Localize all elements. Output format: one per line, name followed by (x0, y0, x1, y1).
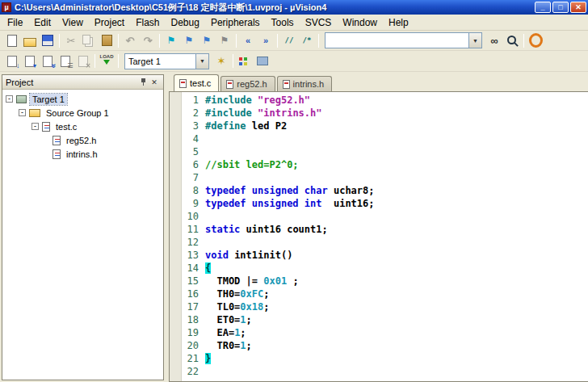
toolbar-separator (233, 54, 233, 68)
breakpoint-margin[interactable] (170, 92, 182, 381)
uncomment-icon: /* (300, 34, 314, 48)
code-editor[interactable]: 1#include "reg52.h"2#include "intrins.h"… (169, 91, 588, 382)
tree-item-label[interactable]: test.c (53, 121, 79, 132)
paste-button[interactable] (98, 32, 116, 48)
line-number: 4 (183, 132, 205, 145)
bookmark-button[interactable]: ⚑ (162, 32, 180, 48)
target-select[interactable]: Target 1 ▼ (124, 53, 209, 69)
expander-icon[interactable]: - (19, 109, 26, 116)
undo-button[interactable]: ↶ (121, 32, 139, 48)
stop-build-button[interactable] (74, 53, 92, 69)
code-text: EA=1; (205, 326, 246, 339)
cut-icon: ✂ (65, 34, 78, 48)
line-number: 14 (183, 262, 205, 275)
batch-build-button[interactable] (57, 53, 74, 69)
bookmark-icon: ⚑ (165, 34, 178, 48)
chevron-down-icon[interactable]: ▼ (195, 54, 208, 69)
search-combobox[interactable]: ▼ (325, 32, 482, 48)
menu-item-peripherals[interactable]: Peripherals (205, 15, 266, 30)
code-text: #include "reg52.h" (205, 94, 310, 107)
header-file-icon (52, 149, 61, 159)
paste-icon (100, 34, 114, 48)
save-icon (41, 34, 55, 48)
configure-button[interactable] (527, 32, 544, 48)
tree-item-label[interactable]: reg52.h (64, 135, 99, 146)
chevron-down-icon[interactable]: ▼ (468, 33, 481, 48)
toolbar-separator (236, 34, 237, 48)
tree-item-testc[interactable]: - test.c (2, 120, 163, 133)
line-number: 11 (183, 223, 205, 236)
tree-item-label[interactable]: Source Group 1 (44, 107, 111, 119)
document-icon (226, 80, 233, 89)
comment-button[interactable]: // (280, 32, 298, 48)
pin-icon[interactable] (137, 77, 149, 87)
tab-reg52h[interactable]: reg52.h (220, 76, 275, 91)
menu-item-flash[interactable]: Flash (130, 15, 165, 30)
menu-item-tools[interactable]: Tools (266, 15, 300, 30)
download-button[interactable]: LOAD (98, 53, 116, 69)
rebuild-button[interactable] (39, 53, 57, 69)
uncomment-button[interactable]: /* (298, 32, 316, 48)
tree-item-reg52h[interactable]: reg52.h (2, 133, 163, 147)
minimize-button[interactable]: _ (535, 2, 551, 13)
code-line: 4 (183, 132, 588, 145)
clear-bookmarks-button[interactable]: ⚑ (216, 32, 233, 48)
expander-icon[interactable]: - (6, 95, 13, 103)
menu-item-file[interactable]: File (2, 15, 28, 30)
document-icon (283, 80, 290, 89)
copy-button[interactable] (80, 32, 98, 48)
project-panel: Project ✕ - Target 1 - Source Group 1 - … (2, 74, 164, 380)
panel-close-icon[interactable]: ✕ (149, 77, 160, 87)
build-button[interactable] (21, 53, 39, 69)
code-line: 13void int1init() (183, 249, 588, 262)
expander-icon[interactable]: - (32, 123, 39, 130)
indent-button[interactable]: » (257, 32, 275, 48)
document-icon (179, 79, 187, 88)
find-button[interactable] (503, 32, 521, 48)
tree-item-source-group[interactable]: - Source Group 1 (2, 106, 163, 120)
tree-item-intrinsh[interactable]: intrins.h (2, 147, 163, 161)
file-extensions-icon (238, 54, 252, 68)
project-panel-header: Project ✕ (2, 75, 163, 90)
line-number: 18 (183, 313, 205, 326)
outdent-button[interactable]: « (239, 32, 257, 48)
line-number: 6 (183, 158, 205, 171)
prev-bookmark-icon: ⚑ (183, 34, 196, 48)
menu-item-edit[interactable]: Edit (28, 15, 57, 30)
code-line: 16 TH0=0xFC; (183, 288, 588, 300)
close-button[interactable]: ✕ (570, 2, 586, 13)
code-line: 18 ET0=1; (183, 313, 588, 326)
save-button[interactable] (39, 32, 57, 48)
tree-item-label[interactable]: Target 1 (30, 94, 67, 105)
code-line: 14{ (183, 262, 588, 275)
next-bookmark-button[interactable]: ⚑ (198, 32, 216, 48)
file-extensions-button[interactable] (236, 53, 254, 69)
menu-item-svcs[interactable]: SVCS (300, 15, 338, 30)
target-select-value[interactable]: Target 1 (125, 57, 195, 66)
menu-item-debug[interactable]: Debug (166, 15, 205, 30)
new-file-button[interactable] (3, 32, 21, 48)
code-line: 3#define led P2 (183, 120, 588, 132)
tree-item-label[interactable]: intrins.h (64, 149, 100, 160)
tab-intrinsh[interactable]: intrins.h (277, 76, 333, 91)
open-file-button[interactable] (21, 32, 39, 48)
menu-item-view[interactable]: View (57, 15, 89, 30)
code-line: 5 (183, 145, 588, 158)
menu-item-help[interactable]: Help (383, 15, 414, 30)
translate-button[interactable] (3, 53, 21, 69)
cut-button[interactable]: ✂ (62, 32, 80, 48)
line-number: 9 (183, 197, 205, 210)
code-text: TMOD |= 0x01 ; (205, 275, 299, 288)
menu-item-project[interactable]: Project (89, 15, 130, 30)
tab-testc[interactable]: test.c (174, 74, 219, 91)
code-line: 10 (183, 210, 588, 223)
prev-bookmark-button[interactable]: ⚑ (180, 32, 198, 48)
menu-item-window[interactable]: Window (337, 15, 383, 30)
code-line: 9typedef unsigned int uint16; (183, 197, 588, 210)
manage-items-button[interactable] (254, 53, 271, 69)
maximize-button[interactable]: □ (552, 2, 569, 13)
find-in-files-button[interactable]: ∞ (485, 32, 503, 48)
options-target-button[interactable]: ✶ (212, 53, 230, 69)
tree-item-target[interactable]: - Target 1 (2, 92, 163, 106)
redo-button[interactable]: ↷ (139, 32, 157, 48)
